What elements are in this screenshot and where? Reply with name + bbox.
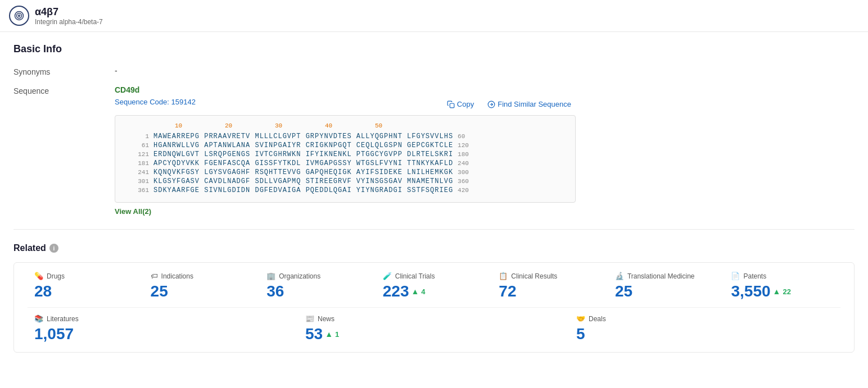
related-item[interactable]: 📚Literatures1,057 (28, 314, 299, 343)
trend-up-icon: ▲ (325, 330, 333, 339)
molecule-subtitle: Integrin alpha-4/beta-7 (35, 18, 103, 26)
sequence-name: CD49d (115, 85, 576, 94)
svg-point-1 (17, 13, 22, 19)
svg-point-2 (19, 15, 20, 17)
related-item-icon: 🏢 (266, 272, 275, 280)
related-item-header: 📚Literatures (34, 314, 292, 323)
related-item[interactable]: 🤝Deals5 (569, 314, 840, 343)
related-item-count: 28 (34, 282, 137, 300)
synonyms-row: Synonyms - (13, 66, 855, 76)
related-item-icon: 🤝 (576, 314, 585, 323)
related-item-count: 36 (266, 282, 369, 300)
trend-number: 22 (783, 287, 790, 296)
related-item-label: Clinical Trials (395, 272, 435, 280)
related-item-count: 72 (499, 282, 602, 300)
related-item-icon: 🏷 (151, 272, 158, 280)
related-item-count: 25 (151, 282, 254, 300)
sequence-row-item: 1MAWEARREPG PRRAAVRETV MLLLCLGVPT GRPYNV… (124, 133, 566, 140)
related-item[interactable]: 🔬Translational Medicine25 (608, 272, 725, 300)
related-title: Related i (13, 243, 855, 253)
sequence-display[interactable]: 10 20 30 40 50 1MAWEARREPG PRRAAVRETV ML… (115, 115, 576, 203)
related-row-1: 💊Drugs28🏷Indications25🏢Organizations36🧪C… (28, 272, 840, 300)
related-item-count: 25 (615, 282, 718, 300)
target-icon (9, 6, 29, 26)
related-item-count: 223▲4 (383, 282, 486, 300)
related-item-label: Clinical Results (511, 272, 557, 280)
related-item-count: 3,550▲22 (731, 282, 834, 300)
synonyms-label: Synonyms (13, 66, 115, 76)
related-item-header: 🏢Organizations (266, 272, 369, 280)
sequence-row-item: 361SDKYAARFGE SIVNLGDIDN DGFEDVAIGA PQED… (124, 186, 566, 194)
sequence-row-item: 61HGANRWLLVG APTANWLANA SVINPGAIYR CRIGK… (124, 141, 566, 149)
sequence-row-item: 121ERDNQWLGVT LSRQPGENGS IVTCGHRWKN IFYI… (124, 150, 566, 158)
svg-rect-3 (450, 103, 454, 108)
related-item-header: 📰News (305, 314, 563, 323)
related-item-header: 💊Drugs (34, 272, 137, 280)
related-item-icon: 🧪 (383, 272, 392, 280)
related-item-count: 5 (576, 325, 834, 343)
trend-up-icon: ▲ (411, 287, 419, 296)
related-item-icon: 📰 (305, 314, 314, 323)
trend-up-icon: ▲ (773, 287, 781, 296)
sequence-row-item: 301KLGSYFGASV CAVDLNADGF SDLLVGAPMQ STIR… (124, 177, 566, 185)
sequence-label: Sequence (13, 85, 115, 95)
related-item[interactable]: 🧪Clinical Trials223▲4 (376, 272, 492, 300)
related-item-header: 📋Clinical Results (499, 272, 602, 280)
sequence-code-display: Sequence Code: 159142 (115, 98, 196, 106)
related-item[interactable]: 🏷Indications25 (144, 272, 260, 300)
related-item-icon: 📄 (731, 272, 740, 280)
related-item-label: Patents (743, 272, 766, 280)
related-item[interactable]: 📄Patents3,550▲22 (724, 272, 840, 300)
sequence-content: CD49d Sequence Code: 159142 Copy (115, 85, 576, 216)
related-item-icon: 📚 (34, 314, 43, 323)
related-item-header: 🤝Deals (576, 314, 834, 323)
related-item[interactable]: 🏢Organizations36 (260, 272, 376, 300)
related-item-header: 🏷Indications (151, 272, 254, 280)
sequence-row-item: 181APCYQDYVKK FGENFASCQA GISSFYTKDL IVMG… (124, 159, 566, 167)
copy-button[interactable]: Copy (442, 98, 478, 111)
view-all-link[interactable]: View All(2) (115, 207, 151, 216)
related-info-icon: i (49, 244, 58, 253)
related-grid: 💊Drugs28🏷Indications25🏢Organizations36🧪C… (13, 262, 855, 353)
related-item-count: 1,057 (34, 325, 292, 343)
related-item-header: 🔬Translational Medicine (615, 272, 718, 280)
related-item-label: Drugs (47, 272, 65, 280)
related-item-icon: 🔬 (615, 272, 624, 280)
related-item[interactable]: 📰News53▲1 (299, 314, 569, 343)
molecule-title: α4β7 (35, 6, 103, 18)
related-item-label: Translational Medicine (627, 272, 695, 280)
related-item-count: 53▲1 (305, 325, 563, 343)
related-item-icon: 📋 (499, 272, 508, 280)
sequence-row: Sequence CD49d Sequence Code: 159142 Cop… (13, 85, 855, 216)
synonyms-value: - (115, 66, 855, 75)
related-item-label: News (318, 315, 334, 323)
main-content: Basic Info Synonyms - Sequence CD49d Seq… (0, 32, 868, 364)
related-item-icon: 💊 (34, 272, 43, 280)
related-item-header: 📄Patents (731, 272, 834, 280)
related-item-label: Literatures (47, 315, 79, 323)
find-similar-button[interactable]: Find Similar Sequence (483, 98, 576, 111)
related-item-header: 🧪Clinical Trials (383, 272, 486, 280)
trend-number: 4 (421, 287, 425, 296)
related-item[interactable]: 💊Drugs28 (28, 272, 144, 300)
trend-number: 1 (335, 330, 339, 339)
related-item[interactable]: 📋Clinical Results72 (492, 272, 608, 300)
related-item-label: Indications (161, 272, 193, 280)
sequence-row-item: 241KQNQVKFGSY LGYSVGAGHF RSQHTTEVVG GAPQ… (124, 168, 566, 176)
related-row-2: 📚Literatures1,057📰News53▲1🤝Deals5 (28, 307, 840, 343)
related-item-label: Organizations (279, 272, 320, 280)
page-header: α4β7 Integrin alpha-4/beta-7 (0, 0, 868, 32)
basic-info-title: Basic Info (13, 43, 855, 55)
related-item-label: Deals (589, 315, 606, 323)
